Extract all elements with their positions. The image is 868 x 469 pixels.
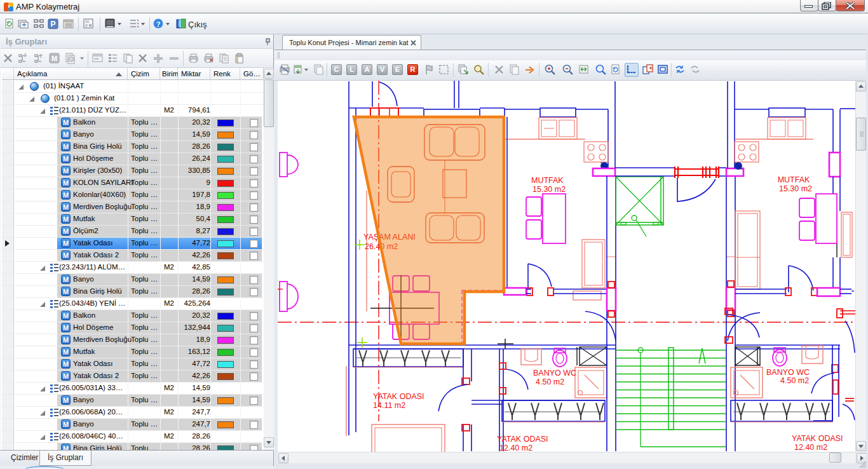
svg-text:P: P	[50, 20, 55, 29]
svg-text:YATAK ODASI: YATAK ODASI	[373, 392, 424, 401]
svg-text:15.30 m2: 15.30 m2	[532, 185, 566, 194]
svg-text:4.50 m2: 4.50 m2	[536, 377, 564, 386]
svg-text:12.40 m2: 12.40 m2	[499, 444, 532, 452]
svg-text:MUTFAK: MUTFAK	[778, 175, 810, 184]
svg-text:M: M	[51, 55, 57, 62]
svg-text:15.30 m2: 15.30 m2	[779, 184, 812, 193]
svg-text:MUTFAK: MUTFAK	[531, 176, 564, 185]
svg-text:14.11 m2: 14.11 m2	[373, 401, 405, 410]
svg-text:BANYO WC: BANYO WC	[533, 369, 576, 377]
svg-text:4.50 m2: 4.50 m2	[780, 376, 809, 385]
svg-text:?: ?	[156, 20, 161, 28]
svg-text:YATAK ODASI: YATAK ODASI	[792, 434, 843, 443]
svg-text:YATAK ODASI: YATAK ODASI	[497, 435, 548, 444]
svg-text:12.40 m2: 12.40 m2	[794, 443, 827, 452]
svg-text:BANYO WC: BANYO WC	[766, 368, 810, 377]
